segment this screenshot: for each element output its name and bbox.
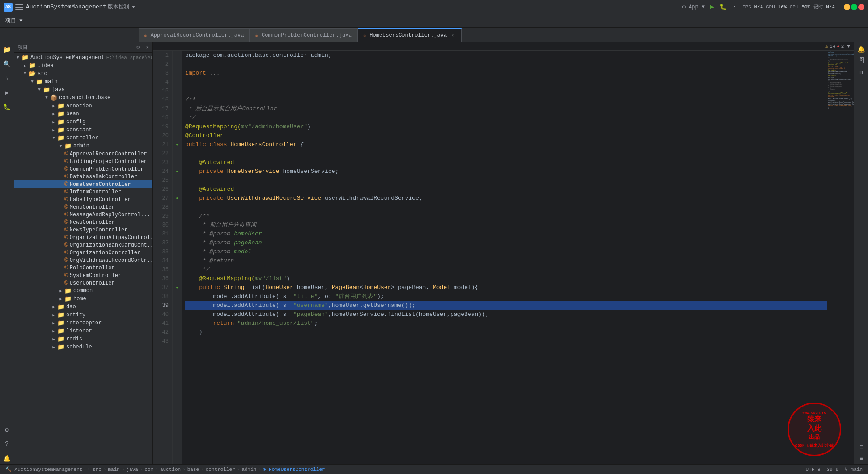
- tab-commonproblem[interactable]: ☕ CommonProblemController.java: [250, 28, 357, 42]
- close-sidebar-icon[interactable]: ✕: [146, 44, 149, 50]
- code-line-19[interactable]: @RequestMapping(⊕v"/admin/homeUser"): [185, 122, 827, 131]
- tree-item-admin[interactable]: ▼ 📁 admin: [14, 142, 152, 150]
- tree-item-redis[interactable]: ▶ 📁 redis: [14, 335, 152, 343]
- code-line-41[interactable]: return "admin/home_user/list";: [185, 319, 827, 328]
- tree-item-common[interactable]: ▶ 📁 common: [14, 287, 152, 295]
- collapse-icon[interactable]: —: [141, 44, 144, 50]
- tree-root[interactable]: ▼ 📁 AuctionSystemManagement E:\idea_spac…: [14, 54, 152, 62]
- project-icon[interactable]: 📁: [1, 44, 13, 55]
- tree-item-InformController[interactable]: © InformController: [14, 188, 152, 196]
- run-icon[interactable]: ▶: [1, 87, 13, 98]
- structure-icon[interactable]: ≡: [856, 453, 867, 464]
- tree-item-ApprovalRecordController[interactable]: © ApprovalRecordController: [14, 150, 152, 158]
- tree-item-idea[interactable]: ▶ 📁 .idea: [14, 62, 152, 70]
- code-line-2[interactable]: [185, 60, 827, 69]
- close-tab-homeusers[interactable]: ✕: [449, 32, 456, 38]
- tab-approval[interactable]: ☕ ApprovalRecordController.java: [139, 28, 250, 42]
- code-line-15[interactable]: [185, 87, 827, 96]
- settings-icon[interactable]: ⚙: [1, 424, 13, 436]
- tree-item-interceptor[interactable]: ▶ 📁 interceptor: [14, 319, 152, 327]
- code-line-17[interactable]: * 后台显示前台用户ControLler: [185, 105, 827, 113]
- code-line-29[interactable]: /**: [185, 212, 827, 221]
- app-run-config[interactable]: ⚙ App ▼: [682, 4, 705, 10]
- tree-item-listener[interactable]: ▶ 📁 listener: [14, 327, 152, 335]
- tree-item-src[interactable]: ▼ 📂 src: [14, 70, 152, 78]
- more-button[interactable]: ⋮: [732, 4, 737, 10]
- tree-item-entity[interactable]: ▶ 📁 entity: [14, 311, 152, 319]
- tree-item-NewsController[interactable]: © NewsController: [14, 218, 152, 226]
- tree-item-HomeUsersController[interactable]: © HomeUsersController: [14, 180, 152, 188]
- code-line-24[interactable]: private HomeUserService homeUserService;: [185, 167, 827, 176]
- code-line-37[interactable]: public String list(HomeUser homeUser, Pa…: [185, 283, 827, 292]
- notifications-right-icon[interactable]: 🔔: [856, 44, 867, 55]
- find-icon[interactable]: 🔍: [1, 58, 13, 70]
- code-line-38[interactable]: model.addAttribute( s: "title", o: "前台用户…: [185, 292, 827, 301]
- code-line-1[interactable]: package com.auction.base.controller.admi…: [185, 51, 827, 60]
- maximize-button[interactable]: [851, 4, 857, 10]
- tree-item-NewsTypeController[interactable]: © NewsTypeController: [14, 226, 152, 234]
- tree-item-BiddingProjectController[interactable]: © BiddingProjectController: [14, 158, 152, 165]
- gear-icon[interactable]: ⚙: [136, 44, 140, 50]
- tree-item-home[interactable]: ▶ 📁 home: [14, 295, 152, 303]
- tree-item-constant[interactable]: ▶ 📁 constant: [14, 126, 152, 134]
- run-button[interactable]: ▶: [710, 3, 714, 11]
- code-line-4[interactable]: [185, 78, 827, 87]
- code-line-28[interactable]: [185, 203, 827, 212]
- debug-panel-icon[interactable]: 🐛: [1, 101, 13, 113]
- code-line-25[interactable]: [185, 176, 827, 185]
- code-line-42[interactable]: }: [185, 328, 827, 337]
- code-line-43[interactable]: [185, 337, 827, 346]
- tree-item-OrganizationAlipayController[interactable]: © OrganizationAlipayControl...: [14, 234, 152, 241]
- tree-item-OrganizationBankCardController[interactable]: © OrganizationBankCardCont...: [14, 241, 152, 249]
- code-line-39[interactable]: model.addAttribute( s: "username",homeUs…: [185, 301, 827, 310]
- code-line-33[interactable]: * @param model: [185, 247, 827, 256]
- tree-item-bean[interactable]: ▶ 📁 bean: [14, 110, 152, 118]
- code-line-3[interactable]: import ...: [185, 69, 827, 78]
- project-menu[interactable]: 项目 ▼: [4, 16, 24, 25]
- code-editor[interactable]: package com.auction.base.controller.admi…: [182, 51, 827, 464]
- code-line-30[interactable]: * 前台用户分页查询: [185, 221, 827, 230]
- maven-icon[interactable]: m: [856, 67, 867, 78]
- tree-item-java-dir[interactable]: ▼ 📁 java: [14, 86, 152, 94]
- code-line-27[interactable]: private UserWithdrawalRecordService user…: [185, 194, 827, 203]
- code-line-20[interactable]: @Controller: [185, 131, 827, 140]
- notifications-icon[interactable]: 🔔: [1, 453, 13, 464]
- tree-item-LabelTypeController[interactable]: © LabelTypeController: [14, 196, 152, 203]
- tree-item-dao[interactable]: ▶ 📁 dao: [14, 303, 152, 311]
- tree-item-SystemController[interactable]: © SystemController: [14, 272, 152, 279]
- code-line-40[interactable]: model.addAttribute( s: "pageBean",homeUs…: [185, 310, 827, 319]
- tree-item-main[interactable]: ▼ 📁 main: [14, 78, 152, 86]
- minimize-button[interactable]: [844, 4, 850, 10]
- code-line-36[interactable]: @RequestMapping(⊕v"/list"): [185, 274, 827, 283]
- tab-homeusers[interactable]: ☕ HomeUsersController.java ✕: [358, 28, 462, 42]
- debug-button[interactable]: 🐛: [720, 4, 727, 11]
- tree-item-config[interactable]: ▶ 📁 config: [14, 118, 152, 126]
- tree-item-CommonProblemController[interactable]: © CommonProblemController: [14, 165, 152, 173]
- tree-item-RoleController[interactable]: © RoleController: [14, 264, 152, 272]
- tree-item-UserController[interactable]: © UserController: [14, 279, 152, 287]
- tree-item-controller[interactable]: ▼ 📁 controller: [14, 134, 152, 142]
- tree-item-MenuController[interactable]: © MenuController: [14, 203, 152, 211]
- tree-item-annotion[interactable]: ▶ 📁 annotion: [14, 102, 152, 110]
- help-icon[interactable]: ?: [1, 438, 13, 450]
- close-button[interactable]: [858, 4, 864, 10]
- database-icon[interactable]: 🗄: [856, 55, 867, 66]
- code-line-18[interactable]: */: [185, 113, 827, 122]
- expand-warnings[interactable]: ▼: [847, 44, 850, 49]
- tree-item-OrganizationController[interactable]: © OrganizationController: [14, 249, 152, 256]
- code-line-35[interactable]: */: [185, 265, 827, 274]
- bookmarks-icon[interactable]: ≡: [856, 442, 867, 453]
- code-line-26[interactable]: @Autowired: [185, 185, 827, 194]
- tree-item-DatabaseBakController[interactable]: © DatabaseBakController: [14, 173, 152, 180]
- code-line-34[interactable]: * @return: [185, 256, 827, 265]
- tree-item-schedule[interactable]: ▶ 📁 schedule: [14, 343, 152, 351]
- code-line-21[interactable]: public class HomeUsersController {: [185, 140, 827, 149]
- vcs-icon[interactable]: ⑂: [1, 72, 13, 84]
- code-line-32[interactable]: * @param pageBean: [185, 239, 827, 247]
- tree-item-MessageAndReplyController[interactable]: © MessageAndReplyControl...: [14, 211, 152, 218]
- code-line-23[interactable]: @Autowired: [185, 158, 827, 167]
- code-line-16[interactable]: /**: [185, 96, 827, 105]
- tree-item-package[interactable]: ▼ 📦 com.auction.base: [14, 94, 152, 102]
- hamburger-menu[interactable]: [15, 4, 23, 10]
- code-line-31[interactable]: * @param homeUser: [185, 230, 827, 239]
